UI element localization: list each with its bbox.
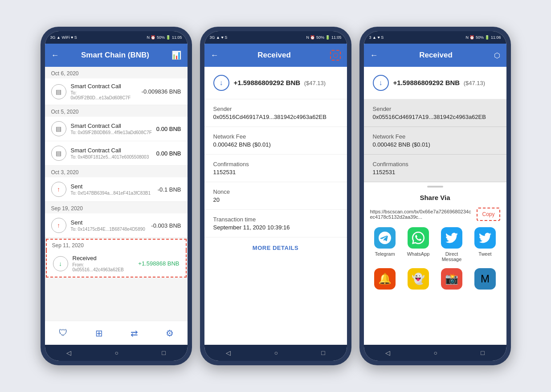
confirmations-section-2: Confirmations 1152531 bbox=[204, 155, 347, 182]
android-recent-1[interactable]: □ bbox=[162, 349, 165, 356]
confirmations-value-3: 1152531 bbox=[373, 169, 498, 176]
share-app-bottom-1[interactable]: 🔔 bbox=[374, 268, 396, 290]
share-app-telegram[interactable]: Telegram bbox=[371, 227, 398, 262]
tx-amount-5: -0.003 BNB bbox=[151, 222, 181, 229]
status-left-1: 3G ▲ WiFi ♥ S bbox=[50, 35, 77, 40]
android-recent-3[interactable]: □ bbox=[481, 349, 484, 356]
tx-item-3[interactable]: ▤ Smart Contract Call To: 0x4B0F1812e5..… bbox=[45, 141, 188, 166]
tx-item-2[interactable]: ▤ Smart Contract Call To: 0x05fF2B0DB69.… bbox=[45, 117, 188, 141]
android-nav-2: ◁ ○ □ bbox=[204, 345, 347, 361]
tx-addr-6: From: 0x05516...42c4963a62EB bbox=[73, 262, 134, 272]
sender-label-2: Sender bbox=[213, 106, 338, 112]
share-app-bottom-3[interactable]: 📸 bbox=[441, 268, 462, 290]
nav-transfer-icon[interactable]: ⇄ bbox=[128, 325, 141, 341]
tx-item-4[interactable]: ↑ Sent To: 0xf147BB6394a...841eF41a3fC83… bbox=[45, 177, 188, 202]
telegram-label: Telegram bbox=[375, 251, 395, 257]
amount-section-2: ↓ +1.59886809292 BNB ($47.13) bbox=[204, 67, 347, 99]
amount-value-2: +1.59886809292 BNB bbox=[234, 79, 301, 86]
share-icon-3[interactable]: ⬡ bbox=[494, 51, 500, 60]
tweet-label: Tweet bbox=[478, 251, 491, 257]
tx-amount-1: -0.009836 BNB bbox=[142, 88, 181, 95]
nonce-value-2: 20 bbox=[213, 196, 338, 203]
whatsapp-icon bbox=[408, 227, 429, 249]
header-3: ← Received ⬡ bbox=[364, 44, 506, 67]
tx-item-1[interactable]: ▤ Smart Contract Call To: 0x05fF2B0D...e… bbox=[45, 78, 188, 105]
confirmations-label-2: Confirmations bbox=[213, 161, 338, 167]
tx-details-4: Sent To: 0xf147BB6394a...841eF41a3fC83B1 bbox=[71, 183, 153, 196]
nav-shield-icon[interactable]: 🛡 bbox=[56, 325, 70, 341]
fee-section-3: Network Fee 0.000462 BNB ($0.01) bbox=[364, 127, 506, 155]
sender-section-2: Sender 0x05516Cd46917A19...381942c4963a6… bbox=[204, 99, 347, 127]
share-app-dm[interactable]: Direct Message bbox=[438, 227, 465, 262]
tx-details-1: Smart Contract Call To: 0x05fF2B0D...e13… bbox=[71, 83, 137, 100]
android-nav-1: ◁ ○ □ bbox=[45, 345, 188, 361]
contract-icon-1: ▤ bbox=[51, 84, 66, 99]
tx-item-6[interactable]: ↓ Received From: 0x05516...42c4963a62EB … bbox=[46, 250, 187, 278]
share-app-bottom-4[interactable]: M bbox=[474, 268, 496, 290]
tx-name-1: Smart Contract Call bbox=[71, 83, 137, 90]
tx-name-3: Smart Contract Call bbox=[71, 147, 152, 154]
share-icon-2[interactable]: ⬡ bbox=[330, 50, 341, 61]
back-icon-3[interactable]: ← bbox=[370, 51, 378, 60]
notch-3 bbox=[422, 31, 449, 37]
chart-icon-1[interactable]: 📊 bbox=[171, 50, 181, 60]
android-home-1[interactable]: ○ bbox=[115, 349, 118, 356]
amount-value-3: +1.59886809292 BNB bbox=[393, 79, 460, 86]
bottom-nav-1: 🛡 ⊞ ⇄ ⚙ bbox=[45, 321, 188, 345]
android-back-1[interactable]: ◁ bbox=[66, 349, 71, 356]
share-app-tweet[interactable]: Tweet bbox=[472, 227, 498, 262]
share-panel: Share Via https://bscscan.com/tx/0x66e7a… bbox=[364, 186, 506, 294]
copy-button[interactable]: Copy bbox=[477, 208, 500, 221]
android-recent-2[interactable]: □ bbox=[321, 349, 325, 356]
status-right-2: N ⏰ 50% 🔋 11:05 bbox=[306, 35, 341, 40]
whatsapp-label: WhatsApp bbox=[407, 251, 430, 257]
header-1: ← Smart Chain (BNB) 📊 bbox=[45, 44, 188, 67]
date-oct5: Oct 5, 2020 bbox=[45, 105, 188, 117]
date-oct6: Oct 6, 2020 bbox=[45, 67, 188, 78]
confirmations-section-3: Confirmations 1152531 bbox=[364, 155, 506, 182]
tx-item-5[interactable]: ↑ Sent To: 0x14175cB4E...1B68748e4D5890 … bbox=[45, 213, 188, 238]
status-left-2: 3G ▲ ♥ S bbox=[210, 35, 228, 40]
share-url-row: https://bscscan.com/tx/0x66e7a7266968023… bbox=[370, 208, 500, 221]
android-home-3[interactable]: ○ bbox=[434, 349, 437, 356]
tx-name-5: Sent bbox=[71, 219, 147, 226]
share-apps-row: Telegram WhatsApp Direct M bbox=[364, 227, 506, 268]
share-app-whatsapp[interactable]: WhatsApp bbox=[405, 227, 432, 262]
phone-2: 3G ▲ ♥ S N ⏰ 50% 🔋 11:05 ← Received ⬡ ↓ … bbox=[200, 27, 351, 365]
back-icon-2[interactable]: ← bbox=[211, 51, 219, 60]
nonce-label-2: Nonce bbox=[213, 188, 338, 195]
share-url-text: https://bscscan.com/tx/0x66e7a7266968023… bbox=[370, 209, 473, 220]
notch-1 bbox=[103, 31, 130, 37]
sent-icon-1: ↑ bbox=[51, 182, 66, 197]
date-oct3: Oct 3, 2020 bbox=[45, 166, 188, 177]
share-app-bottom-2[interactable]: 👻 bbox=[408, 268, 429, 290]
phone-3: 3 ▲ ♥ S N ⏰ 50% 🔋 11:06 ← Received ⬡ ↓ +… bbox=[359, 27, 511, 365]
nav-settings-icon[interactable]: ⚙ bbox=[163, 325, 176, 341]
status-left-3: 3 ▲ ♥ S bbox=[369, 35, 384, 40]
tx-addr-1: To: 0x05fF2B0D...e13aDd608C7F bbox=[71, 90, 137, 100]
fee-value-3: 0.000462 BNB ($0.01) bbox=[373, 141, 498, 148]
sender-value-3: 0x05516Cd46917A19...381942c4963a62EB bbox=[373, 114, 498, 120]
header-2: ← Received ⬡ bbox=[204, 44, 347, 67]
android-back-2[interactable]: ◁ bbox=[226, 349, 231, 356]
date-sep11: Sep 11, 2020 bbox=[46, 239, 187, 250]
notch-2 bbox=[262, 31, 289, 37]
amount-usd-2: ($47.13) bbox=[304, 80, 326, 86]
status-bar-3: 3 ▲ ♥ S N ⏰ 50% 🔋 11:06 bbox=[364, 31, 506, 44]
tweet-icon bbox=[474, 227, 496, 249]
tx-amount-6: +1.598868 BNB bbox=[138, 260, 179, 267]
phone-1: 3G ▲ WiFi ♥ S N ⏰ 50% 🔋 11:05 ← Smart Ch… bbox=[41, 27, 192, 365]
sender-section-3: Sender 0x05516Cd46917A19...381942c4963a6… bbox=[364, 99, 506, 127]
more-details-button[interactable]: MORE DETAILS bbox=[204, 237, 347, 258]
tx-amount-2: 0.00 BNB bbox=[156, 126, 181, 132]
dm-label: Direct Message bbox=[438, 251, 465, 262]
sheet-handle bbox=[427, 186, 443, 188]
nav-grid-icon[interactable]: ⊞ bbox=[93, 325, 106, 341]
nonce-section-2: Nonce 20 bbox=[204, 182, 347, 210]
sent-icon-2: ↑ bbox=[51, 218, 66, 233]
back-icon-1[interactable]: ← bbox=[51, 51, 59, 60]
txtime-label-2: Transaction time bbox=[213, 216, 338, 223]
confirmations-label-3: Confirmations bbox=[373, 161, 498, 167]
android-home-2[interactable]: ○ bbox=[274, 349, 278, 356]
android-back-3[interactable]: ◁ bbox=[385, 349, 390, 356]
